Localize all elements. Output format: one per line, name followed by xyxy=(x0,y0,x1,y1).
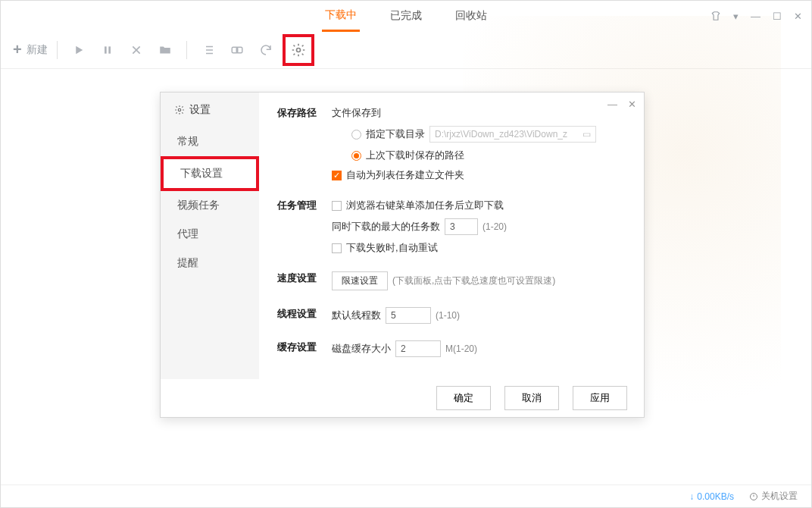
checkbox-retry[interactable]: ✓ xyxy=(332,243,342,253)
radio-last-path[interactable] xyxy=(351,151,361,161)
checkbox-auto-folder[interactable]: ✓ xyxy=(332,171,342,180)
sidebar-item-general[interactable]: 常规 xyxy=(161,127,259,156)
maximize-icon[interactable]: ☐ xyxy=(773,11,782,22)
radio-specify-dir[interactable] xyxy=(351,130,361,140)
gear-icon xyxy=(174,105,185,115)
task-mgmt-label: 任务管理 xyxy=(277,199,332,261)
cache-label: 缓存设置 xyxy=(277,340,332,363)
down-arrow-icon: ↓ xyxy=(689,491,694,502)
download-path-value: D:\rjxz\ViDown_zd423\ViDown_z xyxy=(435,129,567,140)
list-icon[interactable] xyxy=(196,38,220,62)
minimize-icon[interactable]: — xyxy=(751,11,760,22)
apply-button[interactable]: 应用 xyxy=(573,386,627,410)
sidebar-item-download[interactable]: 下载设置 xyxy=(161,156,259,191)
tab-downloading[interactable]: 下载中 xyxy=(322,1,360,32)
speed-hint: (下载面板,点击下载总速度也可设置限速) xyxy=(392,274,555,287)
speed-limit-button[interactable]: 限速设置 xyxy=(332,271,388,290)
skin-icon[interactable] xyxy=(710,11,721,21)
max-tasks-input[interactable]: 3 xyxy=(445,218,478,235)
link-icon[interactable] xyxy=(225,38,249,62)
sidebar-item-remind[interactable]: 提醒 xyxy=(161,249,259,278)
svg-point-4 xyxy=(296,48,300,52)
cancel-button[interactable]: 取消 xyxy=(504,386,559,410)
max-tasks-label: 同时下载的最大的任务数 xyxy=(332,220,440,234)
tab-finished[interactable]: 已完成 xyxy=(387,2,425,30)
tab-recycle[interactable]: 回收站 xyxy=(452,2,490,30)
checkbox-retry-label: 下载失败时,自动重试 xyxy=(346,241,438,255)
ok-button[interactable]: 确定 xyxy=(436,386,491,410)
settings-icon[interactable] xyxy=(283,34,314,66)
checkbox-browser-context-label: 浏览器右键菜单添加任务后立即下载 xyxy=(346,199,504,212)
play-icon[interactable] xyxy=(67,38,91,62)
separator xyxy=(57,41,58,59)
thread-input[interactable]: 5 xyxy=(386,307,431,324)
shutdown-label: 关机设置 xyxy=(761,490,798,503)
sidebar-item-proxy[interactable]: 代理 xyxy=(161,220,259,249)
cache-range: M(1-20) xyxy=(445,343,477,354)
checkbox-auto-folder-label: 自动为列表任务建立文件夹 xyxy=(346,168,464,182)
plus-icon: + xyxy=(13,41,22,58)
svg-point-5 xyxy=(178,108,181,111)
power-icon xyxy=(749,492,758,501)
refresh-icon[interactable] xyxy=(254,38,278,62)
shutdown-settings[interactable]: 关机设置 xyxy=(749,490,798,503)
separator xyxy=(186,41,187,59)
sidebar-item-video[interactable]: 视频任务 xyxy=(161,191,259,220)
close-icon[interactable]: ✕ xyxy=(794,11,802,22)
download-speed: ↓ 0.00KB/s xyxy=(689,491,734,502)
thread-label: 线程设置 xyxy=(277,307,332,330)
dropdown-icon[interactable]: ▾ xyxy=(733,11,739,22)
settings-dialog: — ✕ 设置 常规 下载设置 视频任务 代理 提醒 保存路径 文 xyxy=(160,92,645,418)
pause-icon[interactable] xyxy=(95,38,120,62)
browse-folder-icon[interactable]: ▭ xyxy=(582,129,591,140)
speed-label: 速度设置 xyxy=(277,271,332,296)
new-button[interactable]: + 新建 xyxy=(13,41,48,58)
thread-range: (1-10) xyxy=(436,310,460,321)
speed-value: 0.00KB/s xyxy=(697,491,734,502)
dialog-title: 设置 xyxy=(161,93,259,127)
radio-specify-dir-label: 指定下载目录 xyxy=(366,127,425,141)
folder-icon[interactable] xyxy=(153,38,177,62)
radio-last-path-label: 上次下载时保存的路径 xyxy=(366,149,464,162)
checkbox-browser-context[interactable]: ✓ xyxy=(332,201,342,211)
svg-rect-0 xyxy=(105,46,107,53)
cache-input[interactable]: 2 xyxy=(395,340,441,357)
default-thread-label: 默认线程数 xyxy=(332,309,381,322)
download-path-input[interactable]: D:\rjxz\ViDown_zd423\ViDown_z ▭ xyxy=(429,126,596,143)
disk-cache-label: 磁盘缓存大小 xyxy=(332,342,391,356)
svg-rect-1 xyxy=(108,46,111,53)
new-button-label: 新建 xyxy=(27,43,48,57)
save-path-label: 保存路径 xyxy=(277,106,332,188)
dialog-title-text: 设置 xyxy=(189,103,211,117)
file-save-to-label: 文件保存到 xyxy=(332,106,626,120)
max-tasks-range: (1-20) xyxy=(483,221,507,232)
delete-icon[interactable] xyxy=(124,38,148,62)
